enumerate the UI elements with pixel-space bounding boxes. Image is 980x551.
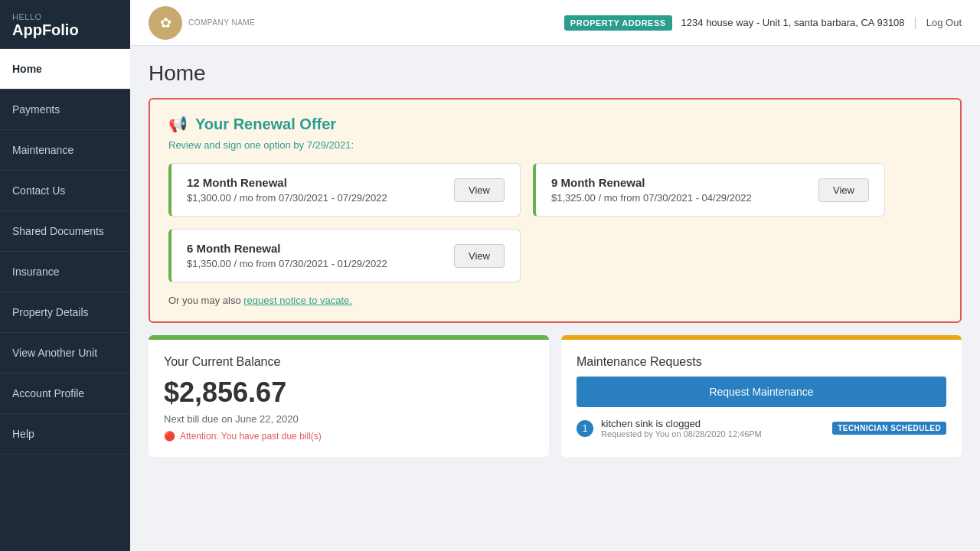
sidebar-item-view-another-unit[interactable]: View Another Unit <box>0 333 130 373</box>
bottom-cards: Your Current Balance $2,856.67 Next bill… <box>149 335 962 457</box>
balance-card: Your Current Balance $2,856.67 Next bill… <box>149 335 549 457</box>
maintenance-item-date-0: Requested by You on 08/28/2020 12:46PM <box>601 429 825 439</box>
renewal-subtitle: Review and sign one option by 7/29/2021: <box>168 139 942 151</box>
sidebar-nav: HomePaymentsMaintenanceContact UsShared … <box>0 49 130 455</box>
request-vacate-link[interactable]: request notice to vacate. <box>243 295 352 306</box>
renewal-offer-card: 📢 Your Renewal Offer Review and sign one… <box>149 98 962 323</box>
renewal-option-2: 6 Month Renewal $1,350.00 / mo from 07/3… <box>168 229 521 282</box>
company-name-label: COMPANY NAME <box>188 18 255 27</box>
renewal-option-price-2: $1,350.00 / mo from 07/30/2021 - 01/29/2… <box>187 258 387 269</box>
sidebar-item-contact-us[interactable]: Contact Us <box>0 171 130 211</box>
megaphone-icon: 📢 <box>168 115 188 133</box>
renewal-options: 12 Month Renewal $1,300.00 / mo from 07/… <box>168 163 942 282</box>
sidebar: HELLO AppFolio HomePaymentsMaintenanceCo… <box>0 0 130 551</box>
topbar: ✿ COMPANY NAME PROPERTY ADDRESS 1234 hou… <box>130 0 980 46</box>
maintenance-card-title: Maintenance Requests <box>577 355 946 369</box>
renewal-option-info-0: 12 Month Renewal $1,300.00 / mo from 07/… <box>187 176 387 204</box>
sidebar-item-shared-documents[interactable]: Shared Documents <box>0 211 130 252</box>
balance-due-text: Next bill due on June 22, 2020 <box>164 413 534 425</box>
property-address-text: 1234 house way - Unit 1, santa barbara, … <box>681 17 905 28</box>
renewal-view-button-1[interactable]: View <box>818 178 869 202</box>
sidebar-item-home[interactable]: Home <box>0 49 130 90</box>
topbar-right: PROPERTY ADDRESS 1234 house way - Unit 1… <box>564 15 962 31</box>
sidebar-hello: HELLO <box>12 12 118 21</box>
maintenance-items-list: 1 kitchen sink is clogged Requested by Y… <box>577 418 946 439</box>
maintenance-item-0: 1 kitchen sink is clogged Requested by Y… <box>577 418 946 439</box>
balance-warning-text: Attention: You have past due bill(s) <box>180 431 322 442</box>
maintenance-item-badge-0: 1 <box>577 420 593 437</box>
company-logo: ✿ COMPANY NAME <box>149 6 255 40</box>
maintenance-card-body: Maintenance Requests Request Maintenance… <box>561 340 962 454</box>
sidebar-item-property-details[interactable]: Property Details <box>0 292 130 333</box>
renewal-footer-text: Or you may also <box>168 295 243 306</box>
sidebar-item-maintenance[interactable]: Maintenance <box>0 130 130 171</box>
topbar-divider: | <box>914 16 917 30</box>
renewal-option-price-1: $1,325.00 / mo from 07/30/2021 - 04/29/2… <box>551 192 752 204</box>
technician-badge-0: TECHNICIAN SCHEDULED <box>832 422 946 435</box>
renewal-title: Your Renewal Offer <box>195 116 336 133</box>
maintenance-card: Maintenance Requests Request Maintenance… <box>561 335 962 457</box>
maintenance-item-title-0: kitchen sink is clogged <box>601 418 825 429</box>
renewal-view-button-0[interactable]: View <box>454 178 505 202</box>
balance-amount: $2,856.67 <box>164 377 534 409</box>
renewal-option-title-2: 6 Month Renewal <box>187 242 387 255</box>
property-address-badge: PROPERTY ADDRESS <box>564 15 672 31</box>
sidebar-appname: AppFolio <box>12 21 118 39</box>
page-content: Home 📢 Your Renewal Offer Review and sig… <box>130 46 980 551</box>
renewal-option-title-1: 9 Month Renewal <box>551 176 752 189</box>
renewal-option-title-0: 12 Month Renewal <box>187 176 387 189</box>
sidebar-item-payments[interactable]: Payments <box>0 90 130 130</box>
renewal-footer: Or you may also request notice to vacate… <box>168 295 942 306</box>
renewal-header: 📢 Your Renewal Offer <box>168 115 942 133</box>
sidebar-item-account-profile[interactable]: Account Profile <box>0 373 130 414</box>
logout-button[interactable]: Log Out <box>926 17 962 28</box>
renewal-option-0: 12 Month Renewal $1,300.00 / mo from 07/… <box>168 163 521 217</box>
main-content: ✿ COMPANY NAME PROPERTY ADDRESS 1234 hou… <box>130 0 980 551</box>
page-title: Home <box>149 61 962 86</box>
renewal-view-button-2[interactable]: View <box>454 244 505 268</box>
balance-card-title: Your Current Balance <box>164 355 534 369</box>
sidebar-header: HELLO AppFolio <box>0 0 130 49</box>
renewal-option-info-1: 9 Month Renewal $1,325.00 / mo from 07/3… <box>551 176 752 204</box>
request-maintenance-button[interactable]: Request Maintenance <box>577 377 946 407</box>
balance-card-body: Your Current Balance $2,856.67 Next bill… <box>149 340 549 457</box>
renewal-option-1: 9 Month Renewal $1,325.00 / mo from 07/3… <box>533 163 885 217</box>
balance-warning: 🔴 Attention: You have past due bill(s) <box>164 431 534 442</box>
renewal-option-price-0: $1,300.00 / mo from 07/30/2021 - 07/29/2… <box>187 192 387 204</box>
renewal-option-info-2: 6 Month Renewal $1,350.00 / mo from 07/3… <box>187 242 387 269</box>
sidebar-item-insurance[interactable]: Insurance <box>0 252 130 292</box>
warning-icon: 🔴 <box>164 431 175 442</box>
sidebar-item-help[interactable]: Help <box>0 414 130 455</box>
maintenance-item-info-0: kitchen sink is clogged Requested by You… <box>601 418 825 439</box>
company-logo-icon: ✿ <box>149 6 182 40</box>
